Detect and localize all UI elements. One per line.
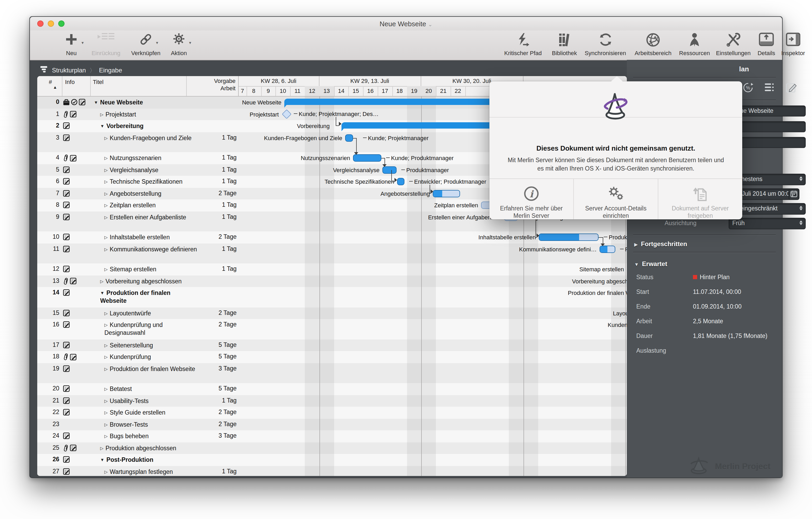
gantt-bar[interactable] [397, 178, 404, 185]
disclosure-collapsed-icon[interactable]: ▶ [634, 242, 638, 247]
gantt-bar[interactable] [345, 134, 353, 142]
task-title[interactable]: ▷Betatest [90, 385, 200, 393]
note-icon[interactable] [63, 213, 70, 221]
task-title[interactable]: ▷Usability-Tests [90, 397, 200, 405]
list-settings-icon[interactable] [764, 83, 775, 94]
table-row[interactable]: 17▷Seitenerstellung5 Tage [37, 339, 238, 351]
task-title[interactable]: ▷Nutzungsszenarien [90, 154, 200, 162]
table-row[interactable]: 0▼Neue Webseite [37, 97, 238, 108]
note-icon[interactable] [63, 456, 70, 464]
table-row[interactable]: 1▷Projektstart [37, 108, 238, 120]
note-icon[interactable] [70, 353, 77, 361]
disclosure-leaf-icon[interactable]: ▷ [105, 342, 108, 349]
task-title[interactable]: ▷Kunden-Fragebogen und Ziele [90, 134, 200, 142]
note-icon[interactable] [63, 134, 70, 142]
disclosure-leaf-icon[interactable]: ▷ [105, 365, 108, 373]
section-erwartet[interactable]: ▼Erwartet [634, 260, 667, 268]
table-row[interactable]: 18▷Kundenprüfung5 Tage [37, 351, 238, 363]
table-row[interactable]: 23▷Browser-Tests2 Tage [37, 418, 238, 430]
disclosure-expanded-icon[interactable]: ▼ [634, 262, 639, 267]
toolbar-button-neu[interactable]: Neu▼ [59, 32, 83, 56]
note-icon[interactable] [63, 468, 70, 476]
popover-action-mehr-erfahren[interactable]: iErfahren Sie mehr überMerlin Server [489, 179, 574, 219]
note-icon[interactable] [63, 289, 70, 297]
breadcrumb[interactable]: Strukturplan 〉 Eingabe [40, 63, 122, 78]
note-icon[interactable] [70, 278, 77, 285]
disclosure-leaf-icon[interactable]: ▷ [105, 234, 108, 241]
toolbar-button-einstellungen[interactable]: Einstellungen [714, 32, 753, 56]
task-title[interactable]: ▷Produktion der finalen Webseite [90, 365, 200, 373]
toolbar-button-kritischer-pfad[interactable]: Kritischer Pfad [500, 32, 546, 56]
dropdown-caret-icon[interactable]: ▼ [81, 41, 84, 45]
disclosure-leaf-icon[interactable]: ▷ [105, 178, 108, 186]
toolbar-button-verknuepfen[interactable]: Verknüpfen▼ [127, 32, 164, 56]
clock-icon[interactable] [71, 99, 78, 107]
table-row[interactable]: 21▷Usability-Tests1 Tag [37, 395, 238, 407]
table-row[interactable]: 10▷Inhaltstabelle erstellen2 Tage [37, 231, 238, 243]
task-title[interactable]: ▷Inhaltstabelle erstellen [90, 234, 200, 241]
clip-icon[interactable] [63, 277, 69, 286]
task-title[interactable]: ▷Style Guide erstellen [90, 409, 200, 417]
col-header-number[interactable]: # [49, 79, 52, 85]
disclosure-leaf-icon[interactable]: ▷ [105, 432, 108, 440]
task-title[interactable]: ▷Browser-Tests [90, 420, 200, 429]
disclosure-leaf-icon[interactable]: ▷ [105, 134, 108, 142]
col-header-work-2[interactable]: Arbeit [186, 85, 235, 91]
gantt-bar[interactable] [353, 154, 381, 162]
task-title[interactable]: ▷Layoutentwürfe [90, 309, 200, 317]
edit-note-icon[interactable] [786, 82, 797, 95]
toolbar-button-synchronisieren[interactable]: Synchronisieren [582, 32, 629, 56]
table-row[interactable]: 16▷Kundenprüfung und Designauswahl2 Tage [37, 319, 238, 339]
disclosure-leaf-icon[interactable]: ▷ [105, 409, 108, 417]
toolbar-button-ressourcen[interactable]: Ressourcen [677, 32, 712, 56]
toolbar-button-inspektor[interactable]: Inspektor [780, 32, 807, 56]
breadcrumb-mode[interactable]: Eingabe [99, 66, 122, 74]
disclosure-leaf-icon[interactable]: ▷ [105, 468, 108, 476]
task-title[interactable]: ▷Vergleichsanalyse [90, 166, 200, 174]
clip-icon[interactable] [63, 110, 69, 119]
table-row[interactable]: 2▼Vorbereitung [37, 120, 238, 132]
section-fortgeschritten[interactable]: ▶Fortgeschritten [634, 240, 687, 248]
disclosure-leaf-icon[interactable]: ▷ [105, 309, 108, 317]
note-icon[interactable] [63, 122, 70, 130]
task-title[interactable]: ▷Technische Spezifikationen [90, 178, 200, 186]
clip-icon[interactable] [63, 154, 69, 163]
col-header-work-1[interactable]: Vorgabe [186, 78, 235, 84]
disclosure-leaf-icon[interactable]: ▷ [105, 190, 108, 197]
table-row[interactable]: 24▷Bugs beheben3 Tage [37, 430, 238, 442]
sort-ascending-icon[interactable]: ▲ [53, 85, 57, 90]
note-icon[interactable] [63, 266, 70, 273]
note-icon[interactable] [63, 234, 70, 241]
table-row[interactable]: 6▷Technische Spezifikationen1 Tag [37, 176, 238, 188]
disclosure-expanded-icon[interactable]: ▼ [100, 122, 105, 130]
col-header-title[interactable]: Titel [93, 79, 104, 85]
note-icon[interactable] [63, 409, 70, 417]
task-title[interactable]: ▷Kommunikationswege definieren [90, 245, 200, 253]
disclosure-leaf-icon[interactable]: ▷ [105, 166, 108, 174]
task-title[interactable]: ▼Vorbereitung [90, 122, 196, 130]
note-icon[interactable] [63, 385, 70, 393]
disclosure-leaf-icon[interactable]: ▷ [100, 110, 103, 118]
disclosure-leaf-icon[interactable]: ▷ [105, 245, 108, 253]
task-title[interactable]: ▷Vorbereitung abgeschlossen [90, 277, 196, 285]
note-icon[interactable] [63, 201, 70, 209]
note-icon[interactable] [63, 178, 70, 186]
disclosure-leaf-icon[interactable]: ▷ [105, 321, 108, 329]
toolbar-button-details[interactable]: Details [755, 32, 778, 56]
table-row[interactable]: 20▷Betatest5 Tage [37, 383, 238, 395]
task-title[interactable]: ▷Erstellen einer Aufgabenliste [90, 213, 200, 221]
table-row[interactable]: 14▼Produktion der finalen Webseite [37, 287, 238, 307]
task-title[interactable]: ▷Sitemap erstellen [90, 266, 200, 273]
note-icon[interactable] [63, 321, 70, 329]
task-title[interactable]: ▷Kundenprüfung und Designauswahl [90, 321, 200, 337]
task-title[interactable]: ▷Projektstart [90, 110, 196, 118]
task-title[interactable]: ▷Bugs beheben [90, 432, 200, 440]
note-icon[interactable] [70, 111, 77, 118]
milestone-diamond[interactable] [282, 109, 291, 119]
calendar-button[interactable] [788, 188, 800, 200]
note-icon[interactable] [79, 99, 86, 107]
clip-icon[interactable] [63, 353, 69, 361]
disclosure-leaf-icon[interactable]: ▷ [100, 444, 103, 452]
disclosure-expanded-icon[interactable]: ▼ [94, 99, 98, 107]
table-row[interactable]: 8▷Zeitplan erstellen1 Tag [37, 199, 238, 211]
